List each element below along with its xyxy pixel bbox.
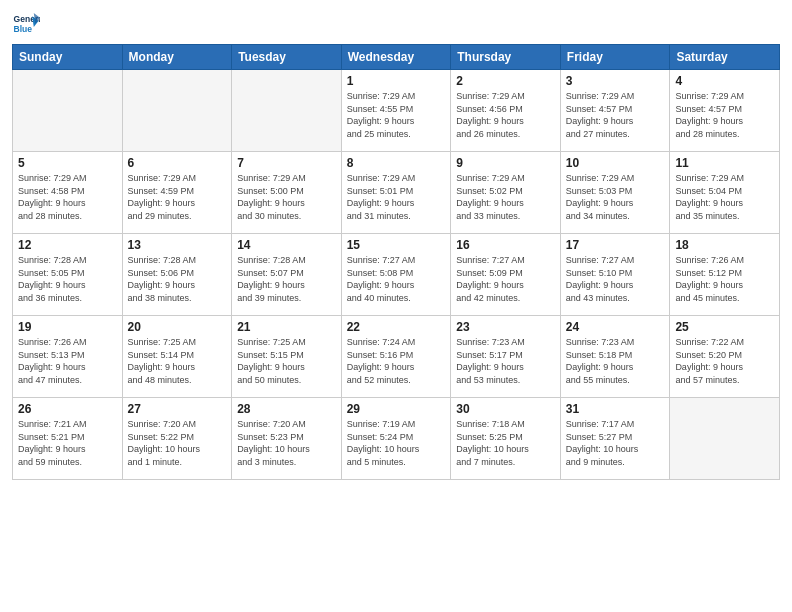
day-info: Sunrise: 7:20 AM Sunset: 5:23 PM Dayligh… [237,418,336,468]
day-number: 15 [347,238,446,252]
calendar-week-3: 12Sunrise: 7:28 AM Sunset: 5:05 PM Dayli… [13,234,780,316]
day-info: Sunrise: 7:29 AM Sunset: 4:57 PM Dayligh… [566,90,665,140]
calendar-day-5: 5Sunrise: 7:29 AM Sunset: 4:58 PM Daylig… [13,152,123,234]
day-info: Sunrise: 7:25 AM Sunset: 5:14 PM Dayligh… [128,336,227,386]
day-number: 4 [675,74,774,88]
day-info: Sunrise: 7:27 AM Sunset: 5:10 PM Dayligh… [566,254,665,304]
calendar-week-4: 19Sunrise: 7:26 AM Sunset: 5:13 PM Dayli… [13,316,780,398]
day-number: 14 [237,238,336,252]
calendar-day-1: 1Sunrise: 7:29 AM Sunset: 4:55 PM Daylig… [341,70,451,152]
day-info: Sunrise: 7:29 AM Sunset: 4:56 PM Dayligh… [456,90,555,140]
day-info: Sunrise: 7:28 AM Sunset: 5:06 PM Dayligh… [128,254,227,304]
calendar-day-empty [13,70,123,152]
calendar-day-empty [670,398,780,480]
weekday-header-thursday: Thursday [451,45,561,70]
day-info: Sunrise: 7:25 AM Sunset: 5:15 PM Dayligh… [237,336,336,386]
calendar-day-8: 8Sunrise: 7:29 AM Sunset: 5:01 PM Daylig… [341,152,451,234]
weekday-header-friday: Friday [560,45,670,70]
day-number: 21 [237,320,336,334]
day-info: Sunrise: 7:23 AM Sunset: 5:17 PM Dayligh… [456,336,555,386]
calendar-day-empty [122,70,232,152]
calendar-day-29: 29Sunrise: 7:19 AM Sunset: 5:24 PM Dayli… [341,398,451,480]
calendar-day-30: 30Sunrise: 7:18 AM Sunset: 5:25 PM Dayli… [451,398,561,480]
calendar-day-24: 24Sunrise: 7:23 AM Sunset: 5:18 PM Dayli… [560,316,670,398]
day-number: 26 [18,402,117,416]
day-number: 8 [347,156,446,170]
calendar-day-28: 28Sunrise: 7:20 AM Sunset: 5:23 PM Dayli… [232,398,342,480]
day-number: 27 [128,402,227,416]
day-info: Sunrise: 7:19 AM Sunset: 5:24 PM Dayligh… [347,418,446,468]
logo-icon: General Blue [12,10,40,38]
weekday-header-monday: Monday [122,45,232,70]
day-number: 7 [237,156,336,170]
day-info: Sunrise: 7:29 AM Sunset: 4:57 PM Dayligh… [675,90,774,140]
day-number: 20 [128,320,227,334]
weekday-header-saturday: Saturday [670,45,780,70]
calendar-day-16: 16Sunrise: 7:27 AM Sunset: 5:09 PM Dayli… [451,234,561,316]
weekday-header-sunday: Sunday [13,45,123,70]
svg-text:Blue: Blue [14,24,33,34]
calendar-day-21: 21Sunrise: 7:25 AM Sunset: 5:15 PM Dayli… [232,316,342,398]
day-info: Sunrise: 7:27 AM Sunset: 5:09 PM Dayligh… [456,254,555,304]
calendar-day-4: 4Sunrise: 7:29 AM Sunset: 4:57 PM Daylig… [670,70,780,152]
calendar-day-3: 3Sunrise: 7:29 AM Sunset: 4:57 PM Daylig… [560,70,670,152]
day-number: 31 [566,402,665,416]
day-info: Sunrise: 7:29 AM Sunset: 5:00 PM Dayligh… [237,172,336,222]
header: General Blue [12,10,780,38]
day-info: Sunrise: 7:28 AM Sunset: 5:07 PM Dayligh… [237,254,336,304]
calendar-day-20: 20Sunrise: 7:25 AM Sunset: 5:14 PM Dayli… [122,316,232,398]
calendar-week-1: 1Sunrise: 7:29 AM Sunset: 4:55 PM Daylig… [13,70,780,152]
day-info: Sunrise: 7:29 AM Sunset: 5:04 PM Dayligh… [675,172,774,222]
day-number: 18 [675,238,774,252]
calendar-day-26: 26Sunrise: 7:21 AM Sunset: 5:21 PM Dayli… [13,398,123,480]
day-number: 10 [566,156,665,170]
calendar-day-10: 10Sunrise: 7:29 AM Sunset: 5:03 PM Dayli… [560,152,670,234]
day-number: 1 [347,74,446,88]
logo: General Blue [12,10,44,38]
day-number: 12 [18,238,117,252]
day-number: 6 [128,156,227,170]
calendar-day-19: 19Sunrise: 7:26 AM Sunset: 5:13 PM Dayli… [13,316,123,398]
calendar-day-7: 7Sunrise: 7:29 AM Sunset: 5:00 PM Daylig… [232,152,342,234]
weekday-header-wednesday: Wednesday [341,45,451,70]
calendar-day-23: 23Sunrise: 7:23 AM Sunset: 5:17 PM Dayli… [451,316,561,398]
calendar-day-6: 6Sunrise: 7:29 AM Sunset: 4:59 PM Daylig… [122,152,232,234]
day-number: 23 [456,320,555,334]
calendar-day-15: 15Sunrise: 7:27 AM Sunset: 5:08 PM Dayli… [341,234,451,316]
calendar: SundayMondayTuesdayWednesdayThursdayFrid… [12,44,780,480]
day-info: Sunrise: 7:22 AM Sunset: 5:20 PM Dayligh… [675,336,774,386]
calendar-day-27: 27Sunrise: 7:20 AM Sunset: 5:22 PM Dayli… [122,398,232,480]
day-number: 29 [347,402,446,416]
calendar-day-17: 17Sunrise: 7:27 AM Sunset: 5:10 PM Dayli… [560,234,670,316]
day-info: Sunrise: 7:21 AM Sunset: 5:21 PM Dayligh… [18,418,117,468]
calendar-day-11: 11Sunrise: 7:29 AM Sunset: 5:04 PM Dayli… [670,152,780,234]
calendar-day-12: 12Sunrise: 7:28 AM Sunset: 5:05 PM Dayli… [13,234,123,316]
day-number: 30 [456,402,555,416]
day-info: Sunrise: 7:17 AM Sunset: 5:27 PM Dayligh… [566,418,665,468]
day-number: 13 [128,238,227,252]
day-number: 3 [566,74,665,88]
day-number: 11 [675,156,774,170]
calendar-day-14: 14Sunrise: 7:28 AM Sunset: 5:07 PM Dayli… [232,234,342,316]
day-info: Sunrise: 7:29 AM Sunset: 4:55 PM Dayligh… [347,90,446,140]
calendar-day-13: 13Sunrise: 7:28 AM Sunset: 5:06 PM Dayli… [122,234,232,316]
day-info: Sunrise: 7:29 AM Sunset: 5:02 PM Dayligh… [456,172,555,222]
day-info: Sunrise: 7:18 AM Sunset: 5:25 PM Dayligh… [456,418,555,468]
day-info: Sunrise: 7:29 AM Sunset: 4:58 PM Dayligh… [18,172,117,222]
day-info: Sunrise: 7:26 AM Sunset: 5:13 PM Dayligh… [18,336,117,386]
day-number: 17 [566,238,665,252]
day-info: Sunrise: 7:27 AM Sunset: 5:08 PM Dayligh… [347,254,446,304]
calendar-day-empty [232,70,342,152]
day-info: Sunrise: 7:29 AM Sunset: 5:01 PM Dayligh… [347,172,446,222]
day-number: 25 [675,320,774,334]
calendar-day-18: 18Sunrise: 7:26 AM Sunset: 5:12 PM Dayli… [670,234,780,316]
day-number: 5 [18,156,117,170]
day-number: 16 [456,238,555,252]
day-info: Sunrise: 7:20 AM Sunset: 5:22 PM Dayligh… [128,418,227,468]
day-info: Sunrise: 7:28 AM Sunset: 5:05 PM Dayligh… [18,254,117,304]
day-number: 19 [18,320,117,334]
calendar-day-22: 22Sunrise: 7:24 AM Sunset: 5:16 PM Dayli… [341,316,451,398]
calendar-week-5: 26Sunrise: 7:21 AM Sunset: 5:21 PM Dayli… [13,398,780,480]
calendar-day-2: 2Sunrise: 7:29 AM Sunset: 4:56 PM Daylig… [451,70,561,152]
day-number: 24 [566,320,665,334]
